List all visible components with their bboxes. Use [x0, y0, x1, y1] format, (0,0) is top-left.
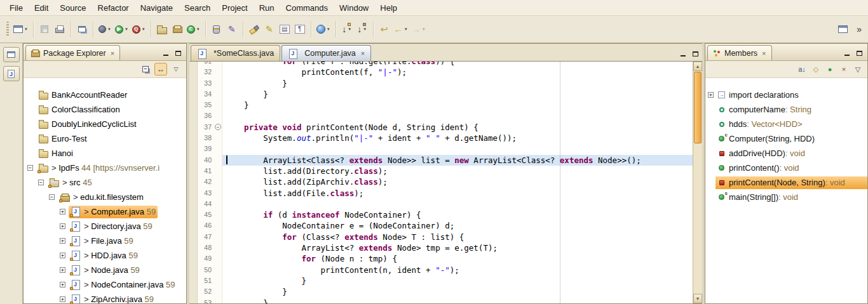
minimize-button[interactable] — [677, 49, 688, 58]
tree-item-euro-test[interactable]: Euro-Test — [24, 131, 186, 146]
dropdown-arrow-icon[interactable]: ▼ — [107, 27, 111, 31]
collapse-all-button[interactable]: − — [139, 63, 152, 76]
code-text[interactable]: private void printContent(Node d, String… — [222, 122, 693, 133]
code-text[interactable]: printContent(f, "|-"); — [222, 67, 693, 77]
new-package-button[interactable] — [170, 21, 185, 37]
member-item-printcontent-node-string-[interactable]: printContent(Node, String) : void — [705, 175, 867, 190]
code-line-46[interactable]: 46 NodeContainer e = (NodeContainer) d; — [189, 220, 693, 231]
code-line-41[interactable]: 41 list.add(Directory.class); — [189, 166, 693, 176]
new-class-button[interactable]: C▼ — [185, 21, 202, 37]
code-line-52[interactable]: 52 } — [189, 286, 693, 297]
show-view-button[interactable]: ▤ — [277, 21, 292, 37]
menu-edit[interactable]: Edit — [29, 1, 54, 15]
new-java-project-button[interactable] — [154, 21, 170, 37]
expander-plus-icon[interactable]: + — [708, 92, 715, 98]
tree-item-ziparchiv-java[interactable]: +> ZipArchiv.java 59 — [24, 292, 186, 303]
minimize-button[interactable] — [160, 48, 171, 58]
code-text[interactable]: for (Node n : tmp) { — [222, 253, 693, 264]
code-text[interactable]: NodeContainer e = (NodeContainer) d; — [222, 220, 693, 231]
dropdown-arrow-icon[interactable]: ▼ — [348, 27, 351, 31]
code-line-45[interactable]: 45 if (d instanceof NodeContainer) { — [189, 209, 693, 220]
sort-members-button[interactable]: a↓ — [796, 63, 808, 76]
close-icon[interactable]: × — [762, 50, 766, 57]
tree-item-edu-kit-filesystem[interactable]: −> edu.kit.filesystem — [24, 190, 186, 204]
maximize-button[interactable] — [854, 48, 865, 58]
hide-static-button[interactable]: ● — [824, 63, 836, 76]
tree-item-directory-java[interactable]: +> Directory.java 59 — [24, 219, 186, 234]
last-edit-location-button[interactable]: ↩ — [377, 21, 392, 37]
expander-plus-icon[interactable]: + — [60, 223, 65, 229]
java-perspective-button[interactable] — [835, 21, 850, 37]
toolbar-grip[interactable] — [6, 22, 9, 37]
expander-plus-icon[interactable]: + — [60, 209, 65, 215]
mark-occurrences-button[interactable]: ✎ — [262, 21, 277, 37]
code-text[interactable] — [222, 199, 693, 209]
print-button[interactable] — [52, 21, 67, 37]
code-text[interactable]: } — [222, 298, 693, 303]
members-view-menu-button[interactable]: ▽ — [852, 63, 864, 76]
code-line-50[interactable]: 50 printContent(n, ident + "-"); — [189, 265, 693, 275]
code-text[interactable]: for (File f : hdd.get(File.class)) { — [222, 62, 693, 67]
dropdown-arrow-icon[interactable]: ▼ — [422, 27, 426, 31]
member-item-import-declarations[interactable]: +→import declarations — [705, 88, 867, 102]
code-line-32[interactable]: 32 printContent(f, "|-"); — [189, 67, 693, 77]
editor-vertical-scrollbar[interactable]: ▲ ▼ — [693, 62, 702, 303]
tree-item-computer-java[interactable]: +> Computer.java 59 — [24, 204, 186, 219]
tree-item-file-java[interactable]: +> File.java 59 — [24, 234, 186, 248]
expander-minus-icon[interactable]: − — [49, 194, 55, 200]
generate-javadoc-button[interactable]: ✎ — [224, 21, 240, 37]
dropdown-arrow-icon[interactable]: ▼ — [125, 27, 128, 31]
editor-tab--someclass-java[interactable]: *SomeClass.java — [191, 45, 280, 61]
code-line-33[interactable]: 33 } — [189, 78, 693, 89]
tree-item-doublylinkedcycliclist[interactable]: DoublyLinkedCyclicList — [24, 117, 186, 131]
code-text[interactable]: } — [222, 89, 693, 100]
code-text[interactable]: list.add(Directory.class); — [222, 166, 693, 176]
save-button[interactable] — [37, 21, 52, 37]
dropdown-arrow-icon[interactable]: ▼ — [196, 27, 200, 31]
code-text[interactable]: if (d instanceof NodeContainer) { — [222, 209, 693, 220]
view-menu-button[interactable]: ▽ — [170, 63, 182, 76]
code-text[interactable]: ArrayList<Class<? extends Node>> list = … — [222, 155, 693, 166]
code-text[interactable]: System.out.println("|-" + ident + " " + … — [222, 133, 693, 143]
menu-source[interactable]: Source — [54, 1, 92, 15]
back-button[interactable]: ←▼ — [392, 21, 410, 37]
dropdown-arrow-icon[interactable]: ▼ — [327, 27, 330, 31]
dropdown-arrow-icon[interactable]: ▼ — [142, 27, 146, 31]
code-text[interactable]: } — [222, 78, 693, 89]
scrollbar-thumb[interactable] — [694, 72, 702, 143]
package-explorer-tab[interactable]: Package Explorer × — [25, 45, 120, 60]
web-browser-button[interactable]: ▼ — [315, 21, 332, 37]
menu-commands[interactable]: Commands — [280, 1, 334, 15]
member-item-computer-string-hdd-[interactable]: cComputer(String, HDD) — [705, 131, 867, 146]
code-line-47[interactable]: 47 for (Class<? extends Node> T : list) … — [189, 232, 693, 242]
debug-button[interactable]: ▼ — [97, 21, 113, 37]
prev-annotation-button[interactable]: ↓▼ — [355, 21, 370, 37]
expander-minus-icon[interactable]: − — [38, 180, 44, 185]
menu-navigate[interactable]: Navigate — [135, 1, 179, 15]
menu-run[interactable]: Run — [254, 1, 280, 15]
code-line-36[interactable]: 36 — [189, 110, 693, 121]
tree-item-nodecontainer-java[interactable]: +> NodeContainer.java 59 — [24, 277, 186, 292]
code-text[interactable]: } — [222, 275, 693, 286]
code-line-51[interactable]: 51 } — [189, 275, 693, 286]
code-text[interactable]: for (Class<? extends Node> T : list) { — [222, 232, 693, 242]
code-text[interactable]: } — [222, 286, 693, 297]
code-line-35[interactable]: 35 } — [189, 100, 693, 110]
menu-project[interactable]: Project — [216, 1, 253, 15]
dropdown-arrow-icon[interactable]: ▼ — [363, 27, 367, 31]
member-item-computername[interactable]: computerName : String — [705, 102, 867, 117]
member-item-main-string-[interactable]: smain(String[]) : void — [705, 190, 867, 204]
external-tools-button[interactable]: Q▼ — [130, 21, 147, 37]
code-line-42[interactable]: 42 list.add(ZipArchiv.class); — [189, 176, 693, 187]
menu-help[interactable]: Help — [374, 1, 403, 15]
expander-plus-icon[interactable]: + — [60, 238, 65, 244]
next-annotation-button[interactable]: ↓▼ — [339, 21, 355, 37]
java-fastview-button[interactable]: J — [3, 66, 20, 81]
editor-tab-computer-java[interactable]: Computer.java× — [281, 45, 371, 61]
members-tab[interactable]: Members × — [707, 45, 772, 60]
code-text[interactable]: ArrayList<? extends Node> tmp = e.get(T)… — [222, 242, 693, 253]
member-item-printcontent-[interactable]: printContent() : void — [705, 161, 867, 175]
menu-search[interactable]: Search — [179, 1, 216, 15]
code-line-40[interactable]: 40 ArrayList<Class<? extends Node>> list… — [189, 155, 693, 166]
toolbar-overflow-chevron[interactable]: » — [854, 24, 864, 34]
